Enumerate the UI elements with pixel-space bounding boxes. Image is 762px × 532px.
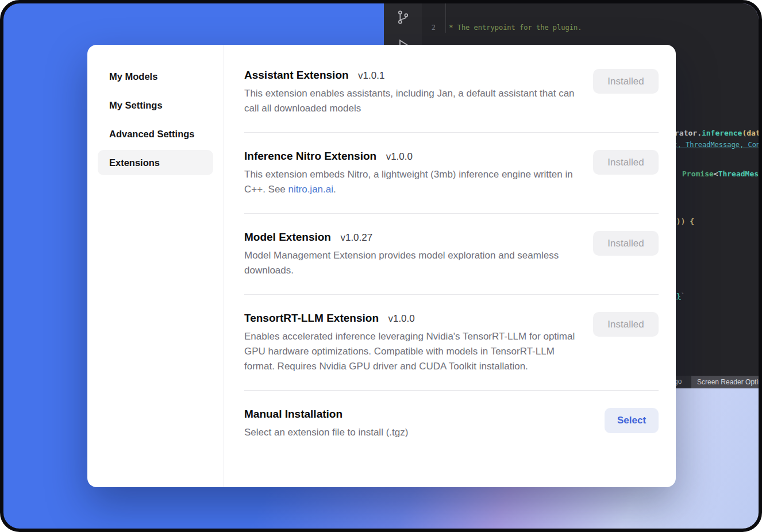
extension-row-tensorrt: TensortRT-LLM Extension v1.0.0 Enables a…: [244, 295, 659, 391]
extension-version: v1.0.0: [386, 151, 413, 162]
installed-button[interactable]: Installed: [593, 69, 659, 94]
extension-name: Assistant Extension: [244, 69, 349, 81]
extension-title-line: Inference Nitro Extension v1.0.0: [244, 150, 578, 163]
sidebar-item-label: Extensions: [109, 157, 160, 168]
extension-title-line: Assistant Extension v1.0.1: [244, 69, 578, 82]
extension-title-line: Manual Installation: [244, 408, 408, 421]
manual-installation-row: Manual Installation Select an extension …: [244, 391, 659, 456]
sidebar-item-extensions[interactable]: Extensions: [98, 150, 213, 175]
installed-button[interactable]: Installed: [593, 312, 659, 337]
extension-version: v1.0.27: [340, 232, 372, 243]
nitro-jan-ai-link[interactable]: nitro.jan.ai: [288, 184, 333, 195]
source-control-icon[interactable]: [395, 9, 411, 25]
extension-name: Model Extension: [244, 231, 331, 243]
extension-row-assistant: Assistant Extension v1.0.1 This extensio…: [244, 52, 659, 133]
extensions-list: Assistant Extension v1.0.1 This extensio…: [244, 45, 659, 487]
sidebar-item-my-settings[interactable]: My Settings: [98, 91, 213, 119]
settings-modal: My Models My Settings Advanced Settings …: [87, 45, 676, 487]
select-file-button[interactable]: Select: [605, 408, 659, 433]
manual-installation-description: Select an extension file to install (.tg…: [244, 425, 408, 440]
extension-row-model: Model Extension v1.0.27 Model Management…: [244, 214, 659, 295]
extension-description: This extension enables assistants, inclu…: [244, 86, 578, 116]
extension-name: TensortRT-LLM Extension: [244, 312, 379, 324]
manual-installation-title: Manual Installation: [244, 408, 342, 420]
extension-version: v1.0.0: [388, 313, 414, 324]
screen-reader-optimized-badge[interactable]: Screen Reader Optimized: [691, 376, 759, 388]
description-text: .: [333, 184, 336, 195]
screenshot-canvas: 2 * The entrypoint for the plugin. 3 */ …: [0, 0, 762, 532]
extension-title-line: TensortRT-LLM Extension v1.0.0: [244, 312, 578, 325]
extension-title-line: Model Extension v1.0.27: [244, 231, 578, 244]
code-text: * The entrypoint for the plugin.: [445, 23, 582, 33]
sidebar-item-label: Advanced Settings: [109, 129, 195, 140]
settings-sidebar: My Models My Settings Advanced Settings …: [87, 45, 224, 487]
extension-description: This extension embeds Nitro, a lightweig…: [244, 167, 578, 197]
code-fragment: Promise<ThreadMessage>: [682, 169, 759, 178]
installed-button[interactable]: Installed: [593, 231, 659, 256]
sidebar-item-advanced-settings[interactable]: Advanced Settings: [98, 119, 213, 148]
installed-button[interactable]: Installed: [593, 150, 659, 175]
code-line: 2 * The entrypoint for the plugin.: [422, 23, 759, 33]
sidebar-item-label: My Models: [109, 71, 157, 82]
extension-version: v1.0.1: [358, 70, 384, 81]
sidebar-item-label: My Settings: [109, 100, 163, 111]
extension-description: Enables accelerated inference leveraging…: [244, 329, 578, 374]
extension-description: Model Management Extension provides mode…: [244, 248, 578, 278]
code-fragment: rator.inference(data));: [675, 129, 759, 137]
gradient-background: 2 * The entrypoint for the plugin. 3 */ …: [0, 0, 762, 532]
extension-name: Inference Nitro Extension: [244, 150, 376, 162]
sidebar-item-my-models[interactable]: My Models: [98, 62, 213, 91]
line-number: 2: [422, 23, 436, 33]
extension-row-nitro: Inference Nitro Extension v1.0.0 This ex…: [244, 133, 659, 214]
